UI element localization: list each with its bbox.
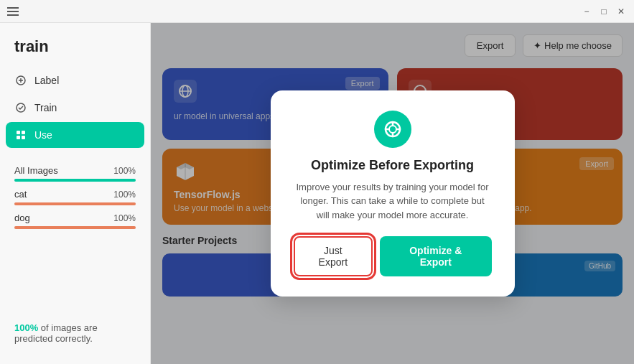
svg-rect-7 <box>22 136 25 139</box>
optimize-export-button[interactable]: Optimize & Export <box>380 236 491 276</box>
sidebar-title: train <box>0 37 150 67</box>
progress-all-images-bg <box>14 179 136 182</box>
sidebar-footer: 100% of images are predicted correctly. <box>0 314 150 353</box>
title-bar-left <box>7 7 19 16</box>
sidebar-item-label[interactable]: Label <box>6 67 144 93</box>
hamburger-menu[interactable] <box>7 7 19 16</box>
maximize-button[interactable]: □ <box>598 6 610 17</box>
svg-rect-6 <box>17 136 20 139</box>
stat-dog-label: dog <box>14 213 30 223</box>
progress-cat-bg <box>14 202 136 205</box>
stat-all-images-pct: 100% <box>113 166 136 176</box>
train-icon <box>14 101 27 114</box>
stat-dog: dog 100% <box>14 213 136 223</box>
sidebar-use-text: Use <box>34 129 52 141</box>
sidebar-item-train[interactable]: Train <box>6 95 144 121</box>
stat-all-images: All Images 100% <box>14 165 136 176</box>
sidebar: train Label <box>0 23 151 364</box>
sidebar-nav: Label Train <box>0 67 150 148</box>
svg-point-21 <box>389 126 396 133</box>
footer-pct: 100% <box>14 322 38 333</box>
sidebar-stats: All Images 100% cat 100% dog 100% <box>0 154 150 248</box>
sidebar-train-text: Train <box>34 102 57 113</box>
stat-dog-pct: 100% <box>113 213 136 223</box>
stat-cat-pct: 100% <box>113 190 136 200</box>
progress-all-images-fill <box>14 179 136 182</box>
stat-all-images-label: All Images <box>14 165 58 176</box>
label-icon <box>14 74 27 87</box>
modal-desc: Improve your results by training your mo… <box>294 180 492 223</box>
modal-overlay[interactable]: Optimize Before Exporting Improve your r… <box>151 23 634 364</box>
modal: Optimize Before Exporting Improve your r… <box>271 90 515 297</box>
svg-rect-4 <box>17 131 20 134</box>
minimize-button[interactable]: − <box>581 6 592 17</box>
svg-rect-5 <box>22 131 25 134</box>
modal-buttons: Just Export Optimize & Export <box>294 236 492 276</box>
progress-dog-bg <box>14 226 136 229</box>
close-button[interactable]: ✕ <box>615 6 627 17</box>
stat-cat: cat 100% <box>14 189 136 200</box>
modal-title: Optimize Before Exporting <box>294 158 492 173</box>
modal-icon <box>374 111 411 148</box>
main-content: Export ✦ Help me choose Export ur model … <box>151 23 634 364</box>
stat-cat-label: cat <box>14 189 27 200</box>
sidebar-item-use[interactable]: Use <box>6 122 144 148</box>
progress-cat-fill <box>14 202 136 205</box>
use-icon <box>14 129 27 141</box>
just-export-button[interactable]: Just Export <box>294 236 373 276</box>
sidebar-label-text: Label <box>34 75 59 86</box>
app-body: train Label <box>0 23 634 364</box>
title-bar-right: − □ ✕ <box>581 6 627 17</box>
title-bar: − □ ✕ <box>0 0 634 23</box>
progress-dog-fill <box>14 226 136 229</box>
